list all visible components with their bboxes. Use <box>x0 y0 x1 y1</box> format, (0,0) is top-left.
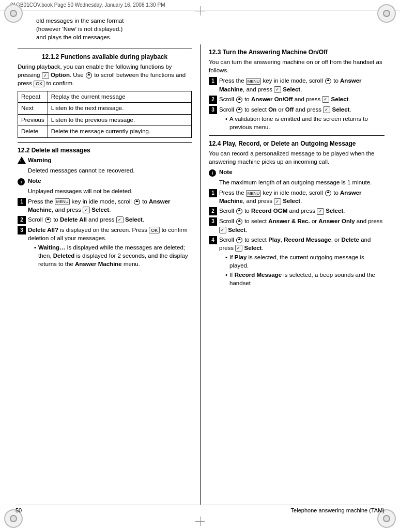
step-content-3: Scroll to select Answer & Rec. or Answer… <box>219 217 384 233</box>
footer-page-number: 50 <box>16 507 22 513</box>
footer-section-title: Telephone answering machine (TAM) <box>291 507 384 513</box>
table-cell-label: Previous <box>18 114 48 126</box>
table-cell-label: Repeat <box>18 91 48 103</box>
scroll-icon <box>134 199 140 205</box>
two-column-layout: 12.1.2 Functions available during playba… <box>16 44 384 505</box>
scroll-icon <box>45 217 51 223</box>
section-123-desc: You can turn the answering machine on or… <box>209 58 384 74</box>
section-1212-desc: During playback, you can enable the foll… <box>18 62 192 87</box>
section-122-title: 12.2 Delete all messages <box>18 147 192 154</box>
step-content-1: Press the MENU key in idle mode, scroll … <box>219 189 384 205</box>
table-cell-desc: Listen to the next message. <box>48 103 191 115</box>
intro-line3: and plays the old messages. <box>36 34 112 40</box>
right-column: 12.3 Turn the Answering Machine On/Off Y… <box>200 44 384 505</box>
scroll-icon-1 <box>86 72 92 79</box>
note-icon-124: i <box>209 168 217 177</box>
section-122: 12.2 Delete all messages Warning Deleted… <box>18 147 192 269</box>
step-number-3: 3 <box>18 226 26 234</box>
bullet-dot: • <box>225 115 227 123</box>
intro-line1: old messages in the same format <box>36 18 124 24</box>
bullet-item: • A validation tone is emitted and the s… <box>225 115 384 131</box>
footer-bar: 50 Telephone answering machine (TAM) <box>16 505 384 515</box>
table-row: Previous Listen to the previous message. <box>18 114 192 126</box>
step-number-3: 3 <box>209 217 217 226</box>
left-column: 12.1.2 Functions available during playba… <box>16 44 200 505</box>
bullet-item: • If Record Message is selected, a beep … <box>225 271 384 287</box>
step-number-4: 4 <box>209 236 217 244</box>
step-content-1: Press the MENU key in idle mode, scroll … <box>28 197 192 214</box>
function-table: Repeat Replay the current message Next L… <box>18 91 192 138</box>
step-content-1: Press the MENU key in idle mode, scroll … <box>219 76 384 93</box>
step-item: 2 Scroll to Delete All and press Select. <box>18 215 192 224</box>
step-item: 3 Delete All? is displayed on the screen… <box>18 226 192 268</box>
scroll-icon <box>236 97 242 103</box>
step-number-2: 2 <box>18 216 26 224</box>
select-btn <box>235 245 242 252</box>
scroll-icon <box>236 107 242 113</box>
scroll-icon <box>325 78 331 84</box>
step-item: 1 Press the MENU key in idle mode, scrol… <box>209 189 384 205</box>
step-list-124: 1 Press the MENU key in idle mode, scrol… <box>209 189 384 287</box>
table-cell-desc: Listen to the previous message. <box>48 114 191 126</box>
step-item: 3 Scroll to select On or Off and press S… <box>209 105 384 131</box>
select-btn <box>322 96 329 103</box>
option-button <box>42 72 49 79</box>
table-cell-label: Delete <box>18 126 48 138</box>
section-1212-title: 12.1.2 Functions available during playba… <box>18 53 192 60</box>
note-box: i Note <box>18 177 192 185</box>
center-marker-top <box>195 6 205 15</box>
step-number-3: 3 <box>209 106 217 114</box>
note-circle-124: i <box>209 169 216 177</box>
select-btn <box>274 198 281 205</box>
select-btn <box>274 86 281 93</box>
note-label: Note <box>28 178 41 184</box>
scroll-icon <box>236 218 242 225</box>
select-btn <box>317 208 324 215</box>
note-text: Unplayed messages will not be deleted. <box>28 187 192 195</box>
step-content-2: Scroll to Delete All and press Select. <box>28 215 192 224</box>
select-btn <box>323 106 330 113</box>
ok-button: OK <box>34 81 44 87</box>
select-btn <box>219 227 226 233</box>
menu-key: MENU <box>246 190 261 197</box>
bullet-text: If Record Message is selected, a beep so… <box>229 271 384 287</box>
scroll-icon <box>236 208 242 214</box>
warning-icon <box>18 157 26 165</box>
section-123-title: 12.3 Turn the Answering Machine On/Off <box>209 49 384 56</box>
bullet-text: Waiting… is displayed while the messages… <box>38 243 192 268</box>
scroll-icon <box>236 237 242 243</box>
intro-line2: (however 'New' is not displayed.) <box>36 26 122 32</box>
step-content-4: Scroll to select Play, Record Message, o… <box>219 236 384 288</box>
warning-text: Deleted messages cannot be recovered. <box>28 166 192 175</box>
bullet-dot: • <box>225 271 227 279</box>
table-row: Delete Delete the message currently play… <box>18 126 192 138</box>
step-number-1: 1 <box>18 198 26 206</box>
step-number-2: 2 <box>209 96 217 104</box>
warning-label: Warning <box>28 157 52 163</box>
note-circle: i <box>18 178 25 185</box>
divider-1 <box>18 49 192 49</box>
page-wrapper: 01GB01COV.book Page 50 Wednesday, Januar… <box>0 0 400 532</box>
table-cell-desc: Delete the message currently playing. <box>48 126 191 138</box>
step-item: 3 Scroll to select Answer & Rec. or Answ… <box>209 217 384 233</box>
step-number-2: 2 <box>209 207 217 215</box>
step-content-3: Scroll to select On or Off and press Sel… <box>219 105 384 131</box>
section-124: 12.4 Play, Record, or Delete an Outgoing… <box>209 140 384 287</box>
step-item: 1 Press the MENU key in idle mode, scrol… <box>18 197 192 214</box>
section-123: 12.3 Turn the Answering Machine On/Off Y… <box>209 49 384 131</box>
intro-section: old messages in the same format (however… <box>16 17 384 41</box>
section-1212: 12.1.2 Functions available during playba… <box>18 53 192 137</box>
bullet-text: A validation tone is emitted and the scr… <box>229 115 384 131</box>
menu-key: MENU <box>246 78 261 85</box>
scroll-icon <box>325 190 331 196</box>
menu-key: MENU <box>55 198 70 205</box>
ok-btn: OK <box>149 227 160 233</box>
step-list-123: 1 Press the MENU key in idle mode, scrol… <box>209 76 384 131</box>
step-item: 1 Press the MENU key in idle mode, scrol… <box>209 76 384 93</box>
note-label-124: Note <box>219 169 233 175</box>
table-row: Next Listen to the next message. <box>18 103 192 115</box>
bullet-text: If Play is selected, the current outgoin… <box>229 253 384 270</box>
note-box-124: i Note <box>209 168 384 177</box>
bullet-dot: • <box>225 253 227 261</box>
bullet-item: • If Play is selected, the current outgo… <box>225 253 384 270</box>
